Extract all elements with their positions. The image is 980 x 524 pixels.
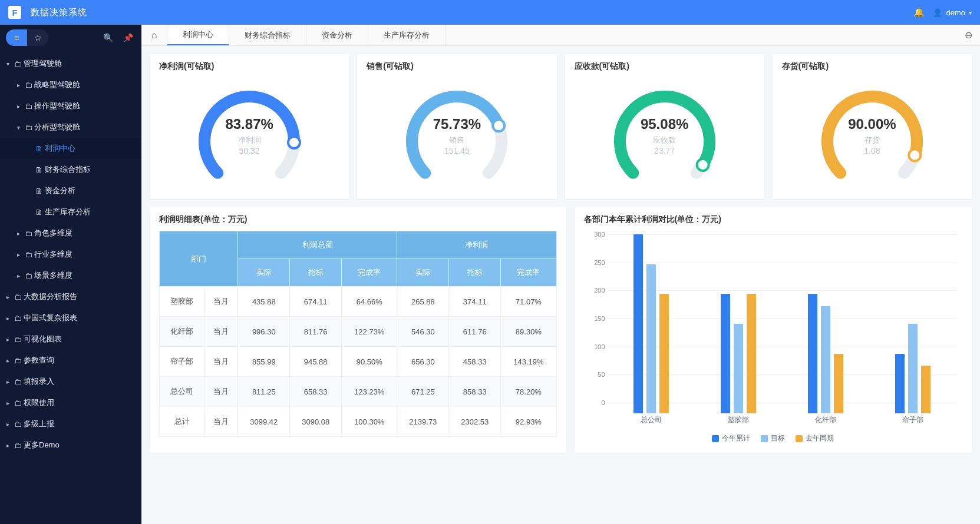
gauges-row: 净利润(可钻取)83.87%净利润50.32销售(可钻取)75.73%销售151…: [150, 54, 972, 199]
cell-period: 当月: [204, 407, 238, 437]
cell: 435.88: [238, 287, 290, 317]
main: ⌂ 利润中心财务综合指标资金分析生产库存分析 ⊖ 净利润(可钻取)83.87%净…: [141, 25, 980, 524]
sidebar-item-4[interactable]: 🗎利润中心: [0, 138, 141, 159]
x-tick-label: 总公司: [608, 415, 695, 425]
expand-icon: ▸: [4, 357, 12, 364]
dept-profit-chart-card: 各部门本年累计利润对比(单位：万元) 050100150200250300 总公…: [575, 207, 972, 453]
sidebar-item-8[interactable]: ▸🗀角色多维度: [0, 223, 141, 244]
nav-tree: ▾🗀管理驾驶舱▸🗀战略型驾驶舱▸🗀操作型驾驶舱▾🗀分析型驾驶舱🗎利润中心🗎财务综…: [0, 51, 141, 467]
bar: [646, 264, 656, 413]
legend-item[interactable]: 目标: [761, 433, 785, 443]
cell-rate: 89.30%: [501, 317, 556, 347]
legend-swatch: [712, 435, 719, 442]
gauge-card-2[interactable]: 应收款(可钻取)95.08%应收款23.77: [565, 54, 764, 199]
bar-group[interactable]: 总公司: [608, 234, 695, 413]
table-row[interactable]: 帘子部当月855.99945.8890.50%656.30458.33143.1…: [160, 347, 557, 377]
list-view-button[interactable]: ≡: [6, 29, 27, 46]
folder-icon: 🗀: [12, 59, 24, 68]
sidebar-item-14[interactable]: ▸🗀参数查询: [0, 350, 141, 371]
bar: [834, 354, 843, 413]
legend-item[interactable]: 去年同期: [796, 433, 834, 443]
gauge-label: 净利润: [238, 135, 261, 145]
home-tab[interactable]: ⌂: [141, 25, 167, 45]
gauge-value: 1.08: [864, 146, 880, 155]
sidebar-item-15[interactable]: ▸🗀填报录入: [0, 371, 141, 392]
sidebar-item-6[interactable]: 🗎资金分析: [0, 180, 141, 201]
cell: 674.11: [290, 287, 342, 317]
sidebar-item-9[interactable]: ▸🗀行业多维度: [0, 244, 141, 265]
expand-icon: ▸: [14, 230, 22, 237]
th-sub: 完成率: [501, 259, 556, 287]
detail-row: 利润明细表(单位：万元) 部门 利润总额 净利润 实际指标完成率实际指标完成率 …: [150, 207, 972, 453]
folder-icon: 🗀: [12, 420, 24, 429]
gauge-value: 23.77: [654, 146, 675, 155]
expand-icon: ▸: [14, 251, 22, 258]
th-group-gross: 利润总额: [238, 231, 397, 259]
user-menu[interactable]: 👤 demo ▾: [933, 8, 972, 17]
sidebar-item-13[interactable]: ▸🗀可视化图表: [0, 329, 141, 350]
sidebar-item-0[interactable]: ▾🗀管理驾驶舱: [0, 53, 141, 74]
cell: 855.99: [238, 347, 290, 377]
sidebar-item-3[interactable]: ▾🗀分析型驾驶舱: [0, 117, 141, 138]
table-row[interactable]: 总公司当月811.25658.33123.23%671.25858.3378.2…: [160, 377, 557, 407]
y-tick-label: 100: [588, 343, 605, 350]
folder-icon: 🗀: [22, 102, 34, 111]
expand-icon: ▸: [4, 336, 12, 343]
sidebar-item-16[interactable]: ▸🗀权限使用: [0, 392, 141, 413]
sidebar-item-5[interactable]: 🗎财务综合指标: [0, 159, 141, 180]
tab-0[interactable]: 利润中心: [167, 25, 229, 45]
sidebar-item-label: 财务综合指标: [45, 164, 136, 175]
file-icon: 🗎: [33, 165, 45, 174]
sidebar-item-2[interactable]: ▸🗀操作型驾驶舱: [0, 95, 141, 117]
cell-dept: 总公司: [160, 377, 204, 407]
expand-icon: ▾: [4, 61, 12, 67]
legend-swatch: [761, 435, 768, 442]
gauge-card-3[interactable]: 存货(可钻取)90.00%存货1.08: [773, 54, 972, 199]
gauge-card-0[interactable]: 净利润(可钻取)83.87%净利润50.32: [150, 54, 349, 199]
bar-group[interactable]: 塑胶部: [695, 234, 782, 413]
expand-icon: ▸: [14, 103, 22, 110]
sidebar-item-label: 可视化图表: [24, 334, 136, 344]
sidebar-item-label: 大数据分析报告: [24, 291, 136, 302]
sidebar-item-10[interactable]: ▸🗀场景多维度: [0, 265, 141, 286]
bar-group[interactable]: 帘子部: [869, 234, 956, 413]
sidebar-item-11[interactable]: ▸🗀大数据分析报告: [0, 286, 141, 307]
dept-profit-bar-chart[interactable]: 050100150200250300 总公司塑胶部化纤部帘子部: [584, 231, 962, 431]
cell-rate: 143.19%: [501, 347, 556, 377]
sidebar-item-7[interactable]: 🗎生产库存分析: [0, 201, 141, 223]
gauge-card-1[interactable]: 销售(可钻取)75.73%销售151.45: [357, 54, 556, 199]
gauge-title: 应收款(可钻取): [575, 61, 755, 72]
expand-icon: ▸: [4, 379, 12, 385]
pin-icon[interactable]: 📌: [120, 33, 136, 42]
bell-icon[interactable]: 🔔: [909, 7, 928, 18]
folder-icon: 🗀: [12, 377, 24, 386]
tab-1[interactable]: 财务综合指标: [229, 25, 306, 45]
tab-2[interactable]: 资金分析: [306, 25, 368, 45]
sidebar-item-label: 生产库存分析: [45, 207, 136, 217]
sidebar-item-18[interactable]: ▸🗀更多Demo: [0, 435, 141, 456]
sidebar-item-17[interactable]: ▸🗀多级上报: [0, 413, 141, 435]
sidebar-view-toggle: ≡ ☆: [6, 29, 48, 46]
cell-rate: 100.30%: [342, 407, 397, 437]
cell: 658.33: [290, 377, 342, 407]
tab-3[interactable]: 生产库存分析: [368, 25, 446, 45]
cell-period: 当月: [204, 377, 238, 407]
sidebar-item-1[interactable]: ▸🗀战略型驾驶舱: [0, 74, 141, 95]
expand-icon: ▸: [4, 421, 12, 427]
sidebar-item-label: 权限使用: [24, 397, 136, 408]
favorite-view-button[interactable]: ☆: [27, 29, 48, 46]
table-row[interactable]: 化纤部当月996.30811.76122.73%546.30611.7689.3…: [160, 317, 557, 347]
legend-item[interactable]: 今年累计: [712, 433, 750, 443]
th-sub: 指标: [290, 259, 342, 287]
gauge-label: 销售: [449, 135, 464, 145]
search-icon[interactable]: 🔍: [100, 33, 116, 42]
tabstrip-more-button[interactable]: ⊖: [956, 25, 980, 45]
sidebar-item-label: 中国式复杂报表: [24, 313, 136, 323]
table-row[interactable]: 总计当月3099.423090.08100.30%2139.732302.539…: [160, 407, 557, 437]
bar-group[interactable]: 化纤部: [782, 234, 869, 413]
folder-icon: 🗀: [12, 399, 24, 407]
sidebar-item-12[interactable]: ▸🗀中国式复杂报表: [0, 307, 141, 329]
cell-period: 当月: [204, 317, 238, 347]
table-row[interactable]: 塑胶部当月435.88674.1164.66%265.88374.1171.07…: [160, 287, 557, 317]
sidebar-item-label: 战略型驾驶舱: [34, 79, 136, 90]
